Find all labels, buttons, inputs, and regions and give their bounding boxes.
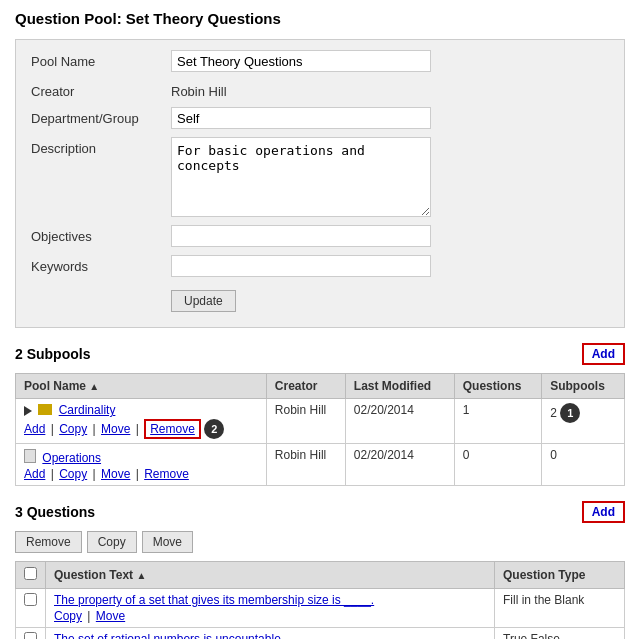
- col-creator: Creator: [266, 374, 345, 399]
- operations-move-link[interactable]: Move: [101, 467, 130, 481]
- creator-label: Creator: [31, 80, 171, 99]
- expand-icon[interactable]: [24, 406, 32, 416]
- folder-icon: [38, 404, 52, 415]
- keywords-label: Keywords: [31, 255, 171, 274]
- page-title: Question Pool: Set Theory Questions: [15, 10, 625, 27]
- subpool-cardinality-creator: Robin Hill: [266, 399, 345, 444]
- q1-checkbox-cell: [16, 589, 46, 628]
- description-label: Description: [31, 137, 171, 156]
- q2-text-link[interactable]: The set of rational numbers is uncountab…: [54, 632, 284, 639]
- questions-add-button[interactable]: Add: [582, 501, 625, 523]
- q2-checkbox-cell: [16, 628, 46, 640]
- subpools-section: 2 Subpools Add Pool Name ▲ Creator Last …: [15, 343, 625, 486]
- q2-text-cell: The set of rational numbers is uncountab…: [46, 628, 495, 640]
- subpools-header-row: Pool Name ▲ Creator Last Modified Questi…: [16, 374, 625, 399]
- objectives-input[interactable]: [171, 225, 431, 247]
- q1-type: Fill in the Blank: [495, 589, 625, 628]
- keywords-input[interactable]: [171, 255, 431, 277]
- sort-icon: ▲: [89, 381, 99, 392]
- description-row: Description For basic operations and con…: [31, 137, 609, 217]
- objectives-label: Objectives: [31, 225, 171, 244]
- subpool-row-operations: Operations Add | Copy | Move | Remove Ro…: [16, 444, 625, 486]
- questions-move-button[interactable]: Move: [142, 531, 193, 553]
- cardinality-move-link[interactable]: Move: [101, 422, 130, 436]
- col-checkbox: [16, 562, 46, 589]
- dept-label: Department/Group: [31, 107, 171, 126]
- sort-icon-q: ▲: [136, 570, 146, 581]
- col-question-type: Question Type: [495, 562, 625, 589]
- subpool-cardinality-modified: 02/20/2014: [345, 399, 454, 444]
- q1-move-link[interactable]: Move: [96, 609, 125, 623]
- questions-remove-button[interactable]: Remove: [15, 531, 82, 553]
- pool-name-input[interactable]: [171, 50, 431, 72]
- form-section: Pool Name Creator Robin Hill Department/…: [15, 39, 625, 328]
- q1-actions: Copy | Move: [54, 609, 486, 623]
- creator-value: Robin Hill: [171, 80, 227, 99]
- subpool-operations-questions: 0: [454, 444, 541, 486]
- doc-icon: [24, 449, 36, 463]
- questions-title: 3 Questions: [15, 504, 95, 520]
- subpool-operations-link[interactable]: Operations: [42, 451, 101, 465]
- subpool-name-cell: Cardinality Add | Copy | Move | Remove 2: [16, 399, 267, 444]
- question-row-2: The set of rational numbers is uncountab…: [16, 628, 625, 640]
- subpools-add-button[interactable]: Add: [582, 343, 625, 365]
- questions-header: 3 Questions Add: [15, 501, 625, 523]
- question-row-1: The property of a set that gives its mem…: [16, 589, 625, 628]
- subpools-table: Pool Name ▲ Creator Last Modified Questi…: [15, 373, 625, 486]
- col-poolname: Pool Name ▲: [16, 374, 267, 399]
- update-button[interactable]: Update: [171, 290, 236, 312]
- operations-remove-link[interactable]: Remove: [144, 467, 189, 481]
- subpool-cardinality-link[interactable]: Cardinality: [59, 403, 116, 417]
- dept-input[interactable]: [171, 107, 431, 129]
- cardinality-add-link[interactable]: Add: [24, 422, 45, 436]
- subpool-operations-modified: 02/20/2014: [345, 444, 454, 486]
- questions-copy-button[interactable]: Copy: [87, 531, 137, 553]
- q1-text-link[interactable]: The property of a set that gives its mem…: [54, 593, 374, 607]
- col-subpools: Subpools: [542, 374, 625, 399]
- q1-checkbox[interactable]: [24, 593, 37, 606]
- subpool-cardinality-subpools: 2 1: [542, 399, 625, 444]
- operations-copy-link[interactable]: Copy: [59, 467, 87, 481]
- subpool-row-cardinality: Cardinality Add | Copy | Move | Remove 2: [16, 399, 625, 444]
- select-all-checkbox[interactable]: [24, 567, 37, 580]
- col-lastmodified: Last Modified: [345, 374, 454, 399]
- creator-row: Creator Robin Hill: [31, 80, 609, 99]
- pool-name-row: Pool Name: [31, 50, 609, 72]
- dept-row: Department/Group: [31, 107, 609, 129]
- subpools-title: 2 Subpools: [15, 346, 90, 362]
- subpools-header: 2 Subpools Add: [15, 343, 625, 365]
- questions-section: 3 Questions Add Remove Copy Move Questio…: [15, 501, 625, 639]
- q1-text-cell: The property of a set that gives its mem…: [46, 589, 495, 628]
- cardinality-copy-link[interactable]: Copy: [59, 422, 87, 436]
- operations-add-link[interactable]: Add: [24, 467, 45, 481]
- q2-checkbox[interactable]: [24, 632, 37, 639]
- subpool-operations-actions: Add | Copy | Move | Remove: [24, 467, 258, 481]
- col-questions: Questions: [454, 374, 541, 399]
- subpool-cardinality-questions: 1: [454, 399, 541, 444]
- questions-table: Question Text ▲ Question Type The proper…: [15, 561, 625, 639]
- questions-header-row: Question Text ▲ Question Type: [16, 562, 625, 589]
- subpool-operations-name-cell: Operations Add | Copy | Move | Remove: [16, 444, 267, 486]
- col-question-text: Question Text ▲: [46, 562, 495, 589]
- subpool-operations-subpools: 0: [542, 444, 625, 486]
- subpool-cardinality-actions: Add | Copy | Move | Remove 2: [24, 419, 258, 439]
- q2-type: True False: [495, 628, 625, 640]
- questions-toolbar: Remove Copy Move: [15, 531, 625, 553]
- keywords-row: Keywords: [31, 255, 609, 277]
- subpool-operations-creator: Robin Hill: [266, 444, 345, 486]
- subpools-badge: 1: [560, 403, 580, 423]
- q1-copy-link[interactable]: Copy: [54, 609, 82, 623]
- tooltip-badge: 2: [204, 419, 224, 439]
- objectives-row: Objectives: [31, 225, 609, 247]
- pool-name-label: Pool Name: [31, 50, 171, 69]
- cardinality-remove-button[interactable]: Remove: [144, 419, 201, 439]
- description-textarea[interactable]: For basic operations and concepts: [171, 137, 431, 217]
